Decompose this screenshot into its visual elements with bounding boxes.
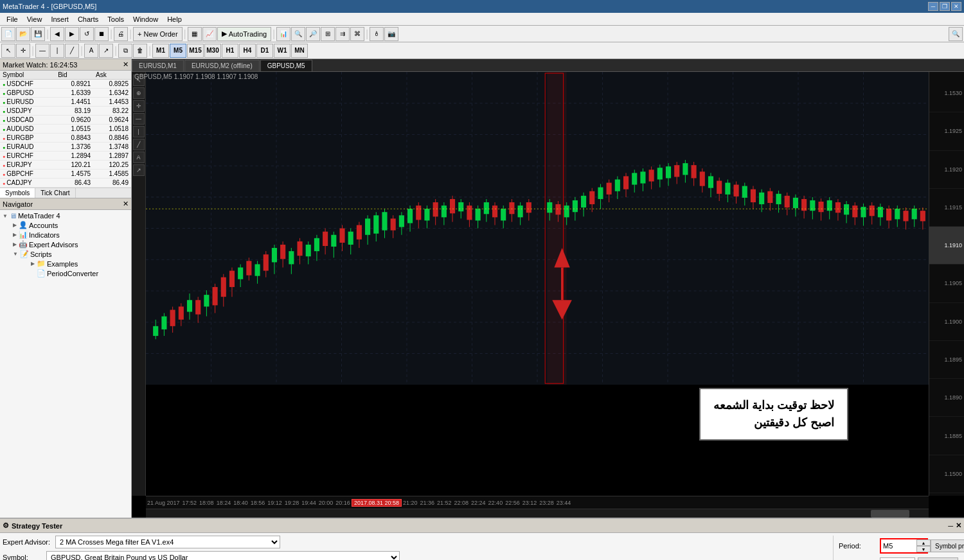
menu-window[interactable]: Window (129, 14, 162, 24)
chart-tab-eurusd-m2[interactable]: EURUSD,M2 (offline) (184, 60, 260, 71)
chart-bar-btn[interactable]: ▦ (188, 27, 202, 41)
tf-m30[interactable]: M30 (204, 44, 221, 58)
menu-tools[interactable]: Tools (103, 14, 128, 24)
tester-close-icon[interactable]: ✕ (956, 521, 961, 530)
nav-examples[interactable]: ▶ 📁 Examples (30, 259, 130, 268)
menu-help[interactable]: Help (163, 14, 186, 24)
market-watch-close-icon[interactable]: ✕ (123, 60, 129, 69)
chart-tool-cross[interactable]: ✛ (133, 100, 145, 112)
new-order-button[interactable]: + New Order (133, 27, 183, 41)
menu-charts[interactable]: Charts (74, 14, 102, 24)
period-sep-btn[interactable]: ⌘ (350, 27, 364, 41)
arrow-btn[interactable]: ↗ (99, 44, 113, 58)
navigator-close-icon[interactable]: ✕ (123, 200, 129, 208)
nav-scripts[interactable]: ▼ 📝 Scripts (12, 249, 130, 259)
period-down-btn[interactable]: ▼ (916, 546, 931, 552)
spread-row: Spread: Open chart (839, 557, 959, 560)
trendline-btn[interactable]: ╱ (65, 44, 79, 58)
nav-root[interactable]: ▼ 🖥 MetaTrader 4 (1, 211, 130, 220)
market-watch-row[interactable]: ●AUDUSD 1.0515 1.0518 (0, 125, 131, 134)
menu-insert[interactable]: Insert (47, 14, 73, 24)
open-chart-btn[interactable]: Open chart (918, 557, 958, 560)
chart-tab-eurusd-m1[interactable]: EURUSD,M1 (132, 60, 184, 71)
fwd-btn[interactable]: ▶ (65, 27, 79, 41)
market-watch-row[interactable]: ●USDCAD 0.9620 0.9624 (0, 116, 131, 125)
chart-tool-trend[interactable]: ╱ (133, 139, 145, 150)
menu-file[interactable]: File (3, 14, 22, 24)
zoom-out-btn[interactable]: 🔎 (306, 27, 320, 41)
chart-tab-gbpusd-m5[interactable]: GBPUSD,M5 (260, 60, 312, 71)
close-button[interactable]: ✕ (951, 2, 961, 11)
market-watch-row[interactable]: ●USDCHF 0.8921 0.8925 (0, 80, 131, 89)
zoom-in-btn[interactable]: 🔍 (291, 27, 305, 41)
chart-canvas[interactable]: GBPUSD,M5 1.1907 1.1908 1.1907 1.1908 (132, 72, 964, 518)
chart-tool-text[interactable]: A (133, 152, 145, 163)
scroll-thumb[interactable] (871, 510, 909, 518)
refresh-btn[interactable]: ↺ (80, 27, 94, 41)
tf-m15[interactable]: M15 (187, 44, 204, 58)
market-watch-row[interactable]: ●EURCHF 1.2894 1.2897 (0, 152, 131, 161)
copy-btn[interactable]: ⧉ (118, 44, 132, 58)
indicators-btn[interactable]: 📊 (276, 27, 290, 41)
spread-input[interactable] (880, 557, 915, 560)
market-watch-row[interactable]: ●EURUSD 1.4451 1.4453 (0, 98, 131, 107)
chart-scrollbar[interactable] (146, 509, 929, 518)
market-watch-row[interactable]: ●USDJPY 83.19 83.22 (0, 107, 131, 116)
nav-expert-advisors[interactable]: ▶ 🤖 Expert Advisors (12, 240, 130, 249)
tester-minimize-icon[interactable]: ─ (948, 522, 953, 530)
market-watch-row[interactable]: ●GBPUSD 1.6339 1.6342 (0, 89, 131, 98)
chart-tool-zoom[interactable]: ⊕ (133, 87, 145, 99)
tab-tick-chart[interactable]: Tick Chart (35, 188, 75, 198)
svg-rect-105 (501, 209, 506, 220)
ea-select[interactable]: 2 MA Crosses Mega filter EA V1.ex4 (55, 536, 280, 548)
hline-btn[interactable]: — (35, 44, 49, 58)
crosshair-btn[interactable]: ✛ (16, 44, 30, 58)
vline-btn[interactable]: | (50, 44, 64, 58)
tf-d1[interactable]: D1 (256, 44, 273, 58)
print-btn[interactable]: 🖨 (114, 27, 128, 41)
autotrading-button[interactable]: ▶ AutoTrading (217, 27, 272, 41)
new-btn[interactable]: 📄 (1, 27, 15, 41)
market-watch-row[interactable]: ●EURJPY 120.21 120.25 (0, 161, 131, 170)
save-btn[interactable]: 💾 (31, 27, 45, 41)
chart-line-btn[interactable]: 📈 (202, 27, 217, 41)
back-btn[interactable]: ◀ (50, 27, 64, 41)
tf-m1[interactable]: M1 (152, 44, 169, 58)
period-up-btn[interactable]: ▲ (916, 539, 931, 546)
chart-tool-hline[interactable]: — (133, 113, 145, 125)
screenshot-btn[interactable]: 📷 (384, 27, 398, 41)
symbol-properties-btn[interactable]: Symbol properties (931, 539, 964, 552)
open-btn[interactable]: 📂 (16, 27, 30, 41)
nav-period-converter[interactable]: ▶ 📄 PeriodConverter (30, 268, 130, 278)
nav-accounts[interactable]: ▶ 👤 Accounts (12, 220, 130, 230)
grid-btn[interactable]: ⊞ (321, 27, 335, 41)
market-watch-row[interactable]: ●GBPCHF 1.4575 1.4585 (0, 170, 131, 179)
stop-btn[interactable]: ⏹ (94, 27, 109, 41)
market-watch-title: Market Watch: 16:24:53 (3, 61, 77, 69)
tf-h4[interactable]: H4 (239, 44, 256, 58)
svg-rect-184 (844, 204, 849, 214)
market-watch-row[interactable]: ●EURGBP 0.8843 0.8846 (0, 134, 131, 143)
symbol-select[interactable]: GBPUSD, Great Britain Pound vs US Dollar (46, 551, 400, 560)
cursor-btn[interactable]: ↖ (1, 44, 15, 58)
text-btn[interactable]: A (84, 44, 98, 58)
nav-indicators[interactable]: ▶ 📊 Indicators (12, 230, 130, 240)
tab-symbols[interactable]: Symbols (0, 188, 35, 198)
candle-btn[interactable]: 🕯 (370, 27, 384, 41)
autoscroll-btn[interactable]: ⇉ (335, 27, 350, 41)
chart-tool-vline[interactable]: | (133, 126, 145, 137)
tf-w1[interactable]: W1 (274, 44, 290, 58)
delete-btn[interactable]: 🗑 (133, 44, 147, 58)
market-watch-row[interactable]: ●CADJPY 86.43 86.49 (0, 179, 131, 188)
search-toolbar-btn[interactable]: 🔍 (949, 27, 963, 41)
market-watch-row[interactable]: ●EURAUD 1.3736 1.3748 (0, 143, 131, 152)
tf-h1[interactable]: H1 (222, 44, 238, 58)
tf-mn[interactable]: MN (291, 44, 308, 58)
tf-m5[interactable]: M5 (170, 44, 186, 58)
period-input[interactable] (881, 539, 916, 552)
minimize-button[interactable]: ─ (928, 2, 938, 11)
chart-area[interactable]: EURUSD,M1 EURUSD,M2 (offline) GBPUSD,M5 … (132, 59, 964, 518)
restore-button[interactable]: ❐ (940, 2, 950, 11)
chart-tool-arrow[interactable]: ↗ (133, 164, 145, 176)
menu-view[interactable]: View (23, 14, 46, 24)
